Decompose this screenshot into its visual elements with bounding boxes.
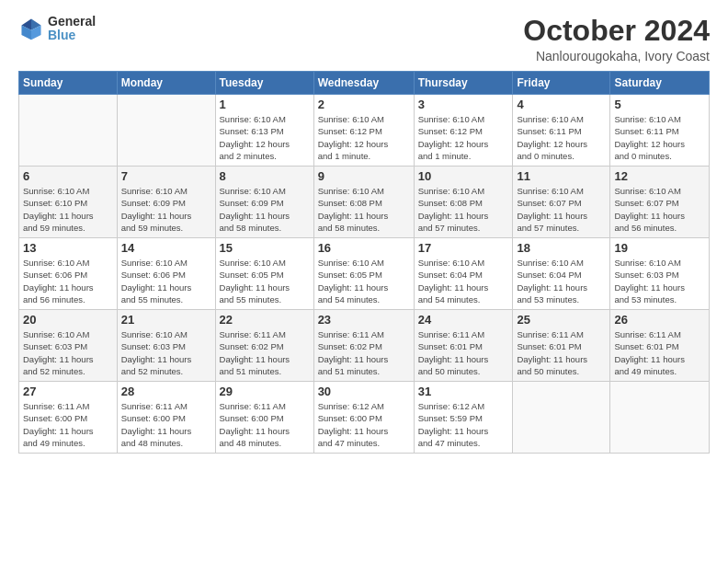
day-number: 25 — [517, 313, 606, 327]
day-number: 3 — [418, 98, 509, 111]
day-info: Sunrise: 6:10 AMSunset: 6:05 PMDaylight:… — [220, 257, 310, 305]
day-info: Sunrise: 6:10 AMSunset: 6:06 PMDaylight:… — [121, 257, 211, 305]
table-row — [513, 382, 610, 454]
table-row: 28Sunrise: 6:11 AMSunset: 6:00 PMDayligh… — [117, 382, 215, 454]
day-info: Sunrise: 6:10 AMSunset: 6:11 PMDaylight:… — [614, 113, 705, 162]
day-number: 8 — [220, 169, 310, 183]
table-row: 10Sunrise: 6:10 AMSunset: 6:08 PMDayligh… — [414, 167, 513, 238]
table-row: 15Sunrise: 6:10 AMSunset: 6:05 PMDayligh… — [215, 238, 313, 310]
logo-line1: General — [48, 15, 96, 29]
day-info: Sunrise: 6:12 AMSunset: 6:00 PMDaylight:… — [318, 400, 410, 449]
table-row: 1Sunrise: 6:10 AMSunset: 6:13 PMDaylight… — [215, 95, 313, 167]
day-info: Sunrise: 6:10 AMSunset: 6:08 PMDaylight:… — [318, 185, 410, 234]
day-info: Sunrise: 6:10 AMSunset: 6:07 PMDaylight:… — [614, 185, 705, 234]
day-number: 6 — [23, 169, 113, 183]
table-row: 6Sunrise: 6:10 AMSunset: 6:10 PMDaylight… — [19, 167, 118, 238]
table-row: 4Sunrise: 6:10 AMSunset: 6:11 PMDaylight… — [513, 95, 610, 167]
day-info: Sunrise: 6:12 AMSunset: 5:59 PMDaylight:… — [418, 400, 509, 449]
day-info: Sunrise: 6:11 AMSunset: 6:02 PMDaylight:… — [220, 328, 310, 377]
logo-icon — [18, 16, 44, 41]
calendar-week-row: 13Sunrise: 6:10 AMSunset: 6:06 PMDayligh… — [19, 238, 710, 310]
page: General Blue October 2024 Nanlourougokah… — [0, 0, 728, 563]
day-info: Sunrise: 6:11 AMSunset: 6:00 PMDaylight:… — [220, 400, 310, 449]
day-info: Sunrise: 6:11 AMSunset: 6:00 PMDaylight:… — [23, 400, 113, 449]
day-number: 21 — [121, 313, 211, 327]
header: General Blue October 2024 Nanlourougokah… — [18, 15, 710, 63]
day-info: Sunrise: 6:11 AMSunset: 6:00 PMDaylight:… — [121, 400, 211, 449]
day-number: 26 — [614, 313, 705, 327]
table-row: 2Sunrise: 6:10 AMSunset: 6:12 PMDaylight… — [313, 95, 414, 167]
table-row: 5Sunrise: 6:10 AMSunset: 6:11 PMDaylight… — [610, 95, 710, 167]
calendar-week-row: 6Sunrise: 6:10 AMSunset: 6:10 PMDaylight… — [19, 167, 710, 238]
table-row: 25Sunrise: 6:11 AMSunset: 6:01 PMDayligh… — [513, 310, 610, 382]
table-row — [117, 95, 215, 167]
day-info: Sunrise: 6:10 AMSunset: 6:05 PMDaylight:… — [318, 257, 410, 305]
day-number: 19 — [614, 241, 705, 255]
calendar-table: Sunday Monday Tuesday Wednesday Thursday… — [18, 71, 710, 454]
logo-line2: Blue — [48, 29, 96, 42]
day-info: Sunrise: 6:11 AMSunset: 6:01 PMDaylight:… — [418, 328, 509, 377]
table-row: 7Sunrise: 6:10 AMSunset: 6:09 PMDaylight… — [117, 167, 215, 238]
table-row: 21Sunrise: 6:10 AMSunset: 6:03 PMDayligh… — [117, 310, 215, 382]
table-row: 8Sunrise: 6:10 AMSunset: 6:09 PMDaylight… — [215, 167, 313, 238]
logo: General Blue — [18, 15, 96, 43]
table-row — [19, 95, 118, 167]
calendar-week-row: 20Sunrise: 6:10 AMSunset: 6:03 PMDayligh… — [19, 310, 710, 382]
table-row: 3Sunrise: 6:10 AMSunset: 6:12 PMDaylight… — [414, 95, 513, 167]
col-sunday: Sunday — [19, 72, 118, 95]
day-number: 27 — [23, 385, 113, 398]
table-row: 9Sunrise: 6:10 AMSunset: 6:08 PMDaylight… — [313, 167, 414, 238]
day-number: 12 — [614, 169, 705, 183]
day-number: 5 — [614, 98, 705, 111]
day-info: Sunrise: 6:10 AMSunset: 6:10 PMDaylight:… — [23, 185, 113, 234]
col-thursday: Thursday — [414, 72, 513, 95]
table-row: 24Sunrise: 6:11 AMSunset: 6:01 PMDayligh… — [414, 310, 513, 382]
table-row: 19Sunrise: 6:10 AMSunset: 6:03 PMDayligh… — [610, 238, 710, 310]
calendar-week-row: 1Sunrise: 6:10 AMSunset: 6:13 PMDaylight… — [19, 95, 710, 167]
table-row: 29Sunrise: 6:11 AMSunset: 6:00 PMDayligh… — [215, 382, 313, 454]
day-info: Sunrise: 6:10 AMSunset: 6:12 PMDaylight:… — [418, 113, 509, 162]
table-row: 16Sunrise: 6:10 AMSunset: 6:05 PMDayligh… — [313, 238, 414, 310]
day-number: 11 — [517, 169, 606, 183]
day-number: 29 — [220, 385, 310, 398]
day-info: Sunrise: 6:10 AMSunset: 6:04 PMDaylight:… — [418, 257, 509, 305]
day-info: Sunrise: 6:10 AMSunset: 6:04 PMDaylight:… — [517, 257, 606, 305]
table-row: 12Sunrise: 6:10 AMSunset: 6:07 PMDayligh… — [610, 167, 710, 238]
day-info: Sunrise: 6:10 AMSunset: 6:13 PMDaylight:… — [220, 113, 310, 162]
table-row: 11Sunrise: 6:10 AMSunset: 6:07 PMDayligh… — [513, 167, 610, 238]
table-row: 17Sunrise: 6:10 AMSunset: 6:04 PMDayligh… — [414, 238, 513, 310]
day-number: 4 — [517, 98, 606, 111]
table-row: 14Sunrise: 6:10 AMSunset: 6:06 PMDayligh… — [117, 238, 215, 310]
day-info: Sunrise: 6:10 AMSunset: 6:03 PMDaylight:… — [121, 328, 211, 377]
title-area: October 2024 Nanlourougokaha, Ivory Coas… — [523, 15, 710, 63]
day-info: Sunrise: 6:10 AMSunset: 6:03 PMDaylight:… — [23, 328, 113, 377]
day-number: 17 — [418, 241, 509, 255]
day-info: Sunrise: 6:10 AMSunset: 6:08 PMDaylight:… — [418, 185, 509, 234]
day-number: 24 — [418, 313, 509, 327]
day-number: 9 — [318, 169, 410, 183]
col-wednesday: Wednesday — [313, 72, 414, 95]
calendar-header-row: Sunday Monday Tuesday Wednesday Thursday… — [19, 72, 710, 95]
day-number: 30 — [318, 385, 410, 398]
day-number: 13 — [23, 241, 113, 255]
day-info: Sunrise: 6:10 AMSunset: 6:11 PMDaylight:… — [517, 113, 606, 162]
table-row — [610, 382, 710, 454]
day-number: 20 — [23, 313, 113, 327]
col-saturday: Saturday — [610, 72, 710, 95]
table-row: 31Sunrise: 6:12 AMSunset: 5:59 PMDayligh… — [414, 382, 513, 454]
day-number: 1 — [220, 98, 310, 111]
table-row: 30Sunrise: 6:12 AMSunset: 6:00 PMDayligh… — [313, 382, 414, 454]
day-info: Sunrise: 6:10 AMSunset: 6:09 PMDaylight:… — [121, 185, 211, 234]
day-info: Sunrise: 6:10 AMSunset: 6:03 PMDaylight:… — [614, 257, 705, 305]
table-row: 27Sunrise: 6:11 AMSunset: 6:00 PMDayligh… — [19, 382, 118, 454]
table-row: 23Sunrise: 6:11 AMSunset: 6:02 PMDayligh… — [313, 310, 414, 382]
day-info: Sunrise: 6:11 AMSunset: 6:02 PMDaylight:… — [318, 328, 410, 377]
day-info: Sunrise: 6:10 AMSunset: 6:12 PMDaylight:… — [318, 113, 410, 162]
day-number: 14 — [121, 241, 211, 255]
col-tuesday: Tuesday — [215, 72, 313, 95]
day-number: 2 — [318, 98, 410, 111]
logo-text: General Blue — [48, 15, 96, 43]
day-info: Sunrise: 6:10 AMSunset: 6:07 PMDaylight:… — [517, 185, 606, 234]
table-row: 22Sunrise: 6:11 AMSunset: 6:02 PMDayligh… — [215, 310, 313, 382]
day-info: Sunrise: 6:10 AMSunset: 6:06 PMDaylight:… — [23, 257, 113, 305]
